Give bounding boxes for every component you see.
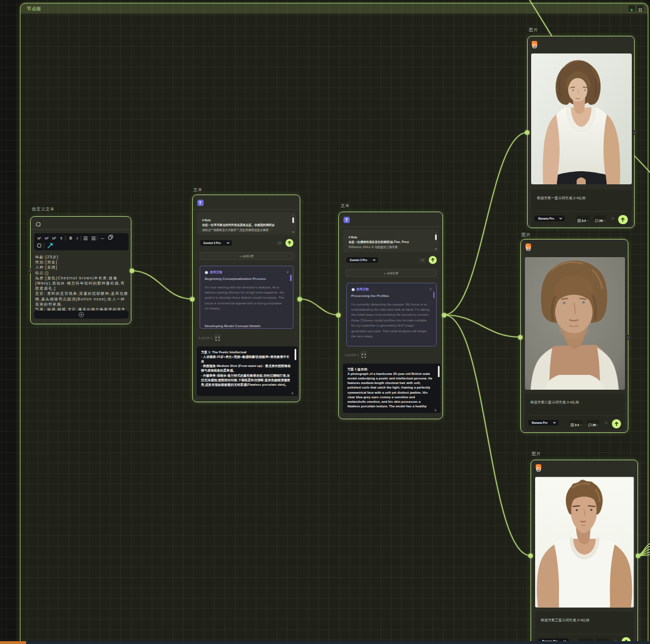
svg-text:2K: 2K bbox=[599, 220, 603, 223]
svg-text:¶: ¶ bbox=[60, 237, 63, 240]
svg-text:2K: 2K bbox=[593, 424, 597, 427]
svg-text:B: B bbox=[69, 236, 72, 240]
svg-text:—: — bbox=[101, 237, 104, 240]
svg-text:3:4: 3:4 bbox=[575, 424, 579, 427]
svg-text:H¹: H¹ bbox=[38, 237, 41, 240]
svg-text:I: I bbox=[77, 237, 78, 240]
svg-text:3:4: 3:4 bbox=[581, 220, 586, 223]
svg-text:H²: H² bbox=[45, 237, 48, 240]
svg-text:H³: H³ bbox=[52, 237, 56, 240]
